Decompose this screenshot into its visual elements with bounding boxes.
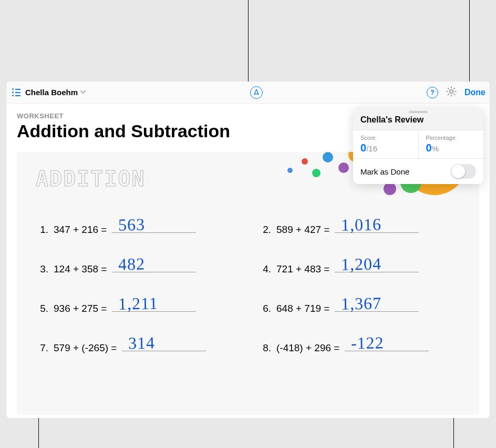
problem-number: 2. [259, 224, 271, 236]
toolbar-right: ? Done [427, 86, 485, 99]
problem-number: 1. [36, 224, 48, 236]
problem-number: 7. [36, 342, 48, 354]
bubble [287, 168, 293, 173]
app-window: Chella Boehm ? Done N WORKSHEET Addition… [6, 82, 490, 418]
handwritten-answer: -122 [351, 333, 384, 353]
problem-number: 5. [36, 303, 48, 314]
bubble [384, 182, 396, 195]
answer-line[interactable]: -122 [345, 337, 429, 351]
answer-line[interactable]: 1,016 [335, 218, 419, 233]
review-panel: Chella's Review Score 0/16 Percentage 0%… [353, 108, 483, 184]
problem-expression: 721 + 483 = [276, 263, 329, 275]
percentage-num: 0 [426, 142, 432, 154]
handwritten-answer: 1,016 [341, 215, 382, 235]
problem-row: 3. 124 + 358 = 482 [36, 258, 237, 275]
mark-done-label: Mark as Done [360, 167, 409, 176]
done-button[interactable]: Done [464, 88, 485, 97]
answer-line[interactable]: 314 [122, 337, 206, 351]
score-value: 0/16 [360, 142, 411, 154]
mark-done-toggle[interactable] [451, 164, 476, 179]
percentage-value: 0% [426, 142, 477, 154]
bubble [312, 169, 321, 177]
gear-icon[interactable] [446, 86, 457, 99]
percentage-unit: % [432, 144, 439, 153]
problem-row: 1. 347 + 216 = 563 [36, 218, 237, 236]
help-char: ? [430, 88, 435, 96]
problem-row: 5. 936 + 275 = 1,211 [36, 297, 237, 314]
chevron-down-icon [80, 88, 86, 97]
answer-line[interactable]: 1,211 [112, 297, 196, 312]
bubble [302, 158, 308, 165]
help-icon[interactable]: ? [427, 87, 438, 98]
worksheet-area: ADDITION 1. 347 + 216 = 563 2. 589 + 427… [17, 152, 479, 415]
problem-number: 6. [259, 303, 271, 314]
review-panel-title: Chella's Review [353, 113, 483, 130]
problem-expression: 347 + 216 = [54, 224, 107, 236]
score-denom: /16 [366, 144, 377, 153]
problem-row: 4. 721 + 483 = 1,204 [259, 258, 460, 275]
answer-line[interactable]: 482 [112, 258, 196, 272]
problem-number: 3. [36, 263, 48, 275]
toolbar-center [86, 86, 427, 99]
problem-number: 4. [259, 263, 271, 275]
score-num: 0 [360, 142, 366, 154]
score-stat[interactable]: Score 0/16 [353, 130, 419, 158]
list-icon[interactable] [11, 87, 22, 98]
percentage-label: Percentage [426, 135, 477, 141]
bubble [338, 162, 349, 173]
problem-expression: (-418) + 296 = [276, 342, 339, 354]
handwritten-answer: 1,367 [341, 293, 382, 313]
answer-line[interactable]: 1,204 [335, 258, 419, 272]
panel-stats: Score 0/16 Percentage 0% [353, 130, 483, 159]
percentage-stat[interactable]: Percentage 0% [419, 130, 484, 158]
student-name-label: Chella Boehm [25, 88, 78, 97]
toolbar: Chella Boehm ? Done [6, 82, 490, 104]
problem-row: 6. 648 + 719 = 1,367 [259, 297, 460, 314]
problem-row: 7. 579 + (-265) = 314 [36, 337, 237, 354]
handwritten-answer: 482 [118, 254, 146, 274]
problem-row: 2. 589 + 427 = 1,016 [259, 218, 460, 236]
answer-line[interactable]: 1,367 [335, 297, 419, 312]
problem-expression: 124 + 358 = [54, 263, 107, 275]
bubble [323, 152, 333, 162]
problem-expression: 589 + 427 = [276, 224, 329, 236]
problem-expression: 936 + 275 = [54, 303, 107, 314]
mark-done-row: Mark as Done [353, 159, 483, 184]
answer-line[interactable]: 563 [112, 218, 196, 233]
svg-point-0 [450, 89, 453, 93]
problem-number: 8. [259, 342, 271, 354]
student-dropdown[interactable]: Chella Boehm [25, 88, 86, 97]
toolbar-left: Chella Boehm [11, 87, 86, 98]
score-label: Score [360, 135, 411, 141]
handwritten-answer: 563 [118, 215, 146, 235]
handwritten-answer: 314 [128, 333, 156, 353]
toggle-knob [451, 165, 465, 178]
problem-expression: 579 + (-265) = [54, 342, 117, 354]
problem-row: 8. (-418) + 296 = -122 [259, 337, 460, 354]
problem-expression: 648 + 719 = [276, 303, 329, 314]
callout-line-top [248, 0, 249, 82]
problems-grid: 1. 347 + 216 = 563 2. 589 + 427 = 1,016 … [36, 218, 460, 354]
handwritten-answer: 1,204 [341, 254, 382, 274]
handwritten-answer: 1,211 [118, 293, 158, 313]
markup-icon[interactable] [250, 86, 263, 99]
